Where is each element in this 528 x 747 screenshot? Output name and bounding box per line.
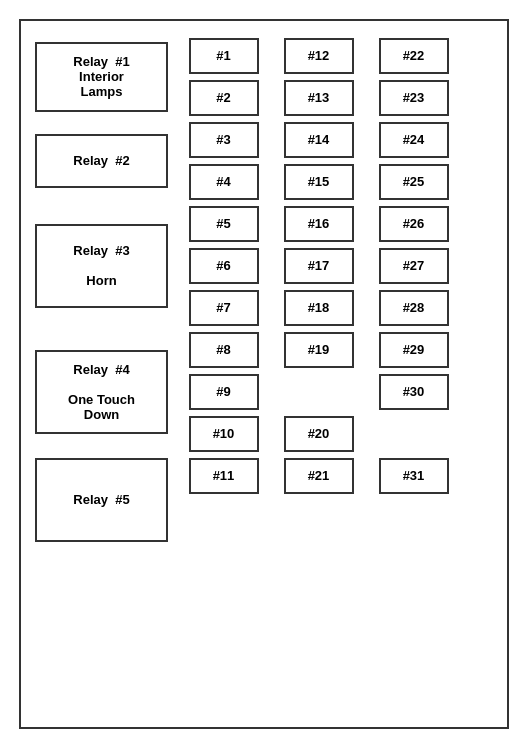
fuse-13: #13 [284, 80, 354, 116]
fuse-cell: #14 [271, 119, 366, 161]
fuse-6: #6 [189, 248, 259, 284]
fuse-cell: #10 [176, 413, 271, 455]
fuse-23: #23 [379, 80, 449, 116]
fuse-cell: #21 [271, 455, 366, 497]
relay-2: Relay #2 [35, 134, 168, 188]
fuse-cell: #23 [366, 77, 461, 119]
relay-5: Relay #5 [35, 458, 168, 542]
fuse-cell: #29 [366, 329, 461, 371]
fuse-cell: #3 [176, 119, 271, 161]
relay-4: Relay #4One TouchDown [35, 350, 168, 434]
fuse-2: #2 [189, 80, 259, 116]
fuse-cell: #4 [176, 161, 271, 203]
fuse-cell: #16 [271, 203, 366, 245]
fuse-19: #19 [284, 332, 354, 368]
fuse-cell: #27 [366, 245, 461, 287]
fuse-3: #3 [189, 122, 259, 158]
fuse-cell: #15 [271, 161, 366, 203]
fuse-cell: #9 [176, 371, 271, 413]
fuse-17: #17 [284, 248, 354, 284]
fuse-cell: #1 [176, 35, 271, 77]
fuse-cell: #2 [176, 77, 271, 119]
fuse-cell: #24 [366, 119, 461, 161]
fuse-21: #21 [284, 458, 354, 494]
fuse-4: #4 [189, 164, 259, 200]
fuse-cell: #20 [271, 413, 366, 455]
fuse-14: #14 [284, 122, 354, 158]
relay-3: Relay #3Horn [35, 224, 168, 308]
fuse-16: #16 [284, 206, 354, 242]
fuse-cell: #25 [366, 161, 461, 203]
fuse-cell: #28 [366, 287, 461, 329]
fuse-1: #1 [189, 38, 259, 74]
fuse-7: #7 [189, 290, 259, 326]
fuse-cell: #13 [271, 77, 366, 119]
fuse-5: #5 [189, 206, 259, 242]
fuse-15: #15 [284, 164, 354, 200]
fuse-10: #10 [189, 416, 259, 452]
fuse-28: #28 [379, 290, 449, 326]
fuse-cell: #18 [271, 287, 366, 329]
fuse-cell: #31 [366, 455, 461, 497]
fuse-30: #30 [379, 374, 449, 410]
fuse-cell: #12 [271, 35, 366, 77]
fuse-cell: #22 [366, 35, 461, 77]
fuse-12: #12 [284, 38, 354, 74]
fuse-cell: #30 [366, 371, 461, 413]
fuse-31: #31 [379, 458, 449, 494]
fuse-cell: #8 [176, 329, 271, 371]
fuse-22: #22 [379, 38, 449, 74]
fuse-cell: #26 [366, 203, 461, 245]
fuse-24: #24 [379, 122, 449, 158]
fuse-9: #9 [189, 374, 259, 410]
relay-1: Relay #1InteriorLamps [35, 42, 168, 112]
fuse-cell: #7 [176, 287, 271, 329]
fuse-cell: #11 [176, 455, 271, 497]
fuse-25: #25 [379, 164, 449, 200]
fuse-20: #20 [284, 416, 354, 452]
fuse-27: #27 [379, 248, 449, 284]
fuse-26: #26 [379, 206, 449, 242]
fuse-cell: #19 [271, 329, 366, 371]
fuse-8: #8 [189, 332, 259, 368]
fuse-11: #11 [189, 458, 259, 494]
fuse-cell: #17 [271, 245, 366, 287]
fuse-18: #18 [284, 290, 354, 326]
fuse-cell: #6 [176, 245, 271, 287]
fuse-29: #29 [379, 332, 449, 368]
grid: Relay #1InteriorLamps #1 #12 #22 #2 #13 … [31, 35, 497, 545]
fuse-cell: #5 [176, 203, 271, 245]
fuse-diagram: Relay #1InteriorLamps #1 #12 #22 #2 #13 … [19, 19, 509, 729]
